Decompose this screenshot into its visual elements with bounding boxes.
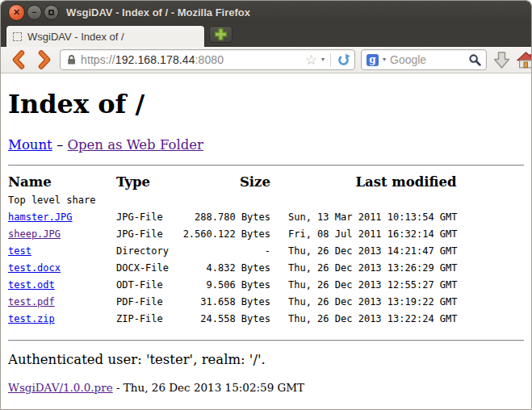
file-type-cell: ZIP-File (116, 311, 178, 328)
file-link[interactable]: hamster.JPG (8, 211, 72, 223)
file-name-cell: test.docx (8, 260, 116, 277)
window-title: WsgiDAV - Index of / - Mozilla Firefox (66, 6, 250, 19)
url-bar[interactable]: https://192.168.178.44:8080 ☆ ▾ (60, 49, 355, 70)
file-link[interactable]: test.docx (8, 262, 61, 274)
file-link[interactable]: test.pdf (8, 296, 55, 308)
file-modified-cell: Thu, 26 Dec 2013 12:55:27 GMT (270, 277, 524, 294)
back-button[interactable] (6, 48, 31, 71)
header-size: Size (178, 173, 270, 192)
forward-button[interactable] (31, 48, 57, 71)
divider-bottom (8, 340, 524, 341)
header-modified: Last modified (270, 173, 524, 192)
favicon-placeholder-icon (13, 32, 22, 41)
download-arrow-icon (493, 51, 510, 69)
titlebar: ✕ − WsgiDAV - Index of / - Mozilla Firef… (1, 1, 531, 23)
table-header-row: Name Type Size Last modified (8, 173, 524, 192)
table-row: testDirectory-Thu, 26 Dec 2013 14:21:47 … (8, 243, 524, 260)
close-icon: ✕ (13, 8, 20, 17)
file-modified-cell: Thu, 26 Dec 2013 13:26:29 GMT (270, 260, 524, 277)
file-size-cell: 31.658 Bytes (178, 294, 270, 311)
table-row: test.odtODT-File9.506 BytesThu, 26 Dec 2… (8, 277, 524, 294)
directory-table: Name Type Size Last modified Top level s… (8, 173, 524, 328)
maximize-icon (48, 10, 54, 15)
search-icon[interactable] (468, 53, 481, 66)
file-modified-cell: Fri, 08 Jul 2011 16:32:14 GMT (270, 226, 524, 243)
file-link[interactable]: sheep.JPG (8, 228, 61, 240)
url-host: 192.168.178.44 (115, 53, 195, 66)
header-type: Type (116, 173, 178, 192)
file-modified-cell: Thu, 26 Dec 2013 13:19:22 GMT (270, 294, 524, 311)
server-signature: WsgiDAV/1.0.0.pre - Thu, 26 Dec 2013 15:… (8, 381, 524, 394)
auth-status-text: Authenticated user: 'tester', realm: '/'… (8, 352, 524, 367)
url-text: https://192.168.178.44:8080 (81, 53, 301, 66)
file-modified-cell: Thu, 26 Dec 2013 13:22:24 GMT (270, 311, 524, 328)
search-engine-caret-icon[interactable]: ▾ (383, 56, 386, 63)
file-type-cell: Directory (116, 243, 178, 260)
share-label-row: Top level share (8, 192, 524, 209)
file-name-cell: test.zip (8, 311, 116, 328)
home-icon (517, 52, 532, 69)
new-tab-button[interactable] (209, 26, 232, 43)
plus-icon (214, 27, 228, 41)
download-button[interactable] (493, 51, 510, 69)
close-button[interactable]: ✕ (8, 4, 25, 21)
lock-icon (66, 54, 77, 65)
file-link[interactable]: test.zip (8, 313, 55, 324)
server-timestamp: - Thu, 26 Dec 2013 15:02:59 GMT (113, 381, 304, 394)
file-size-cell: 2.560.122 Bytes (178, 226, 270, 243)
file-size-cell: 24.558 Bytes (178, 311, 270, 328)
url-scheme: https:// (81, 53, 115, 66)
search-placeholder: Google (390, 53, 464, 66)
tab-wsgidav[interactable]: WsgiDAV - Index of / (6, 25, 205, 47)
urlbar-dropdown-caret-icon[interactable]: ▾ (321, 56, 325, 63)
mount-link[interactable]: Mount (8, 137, 52, 153)
link-separator: – (52, 137, 68, 153)
file-type-cell: JPG-File (116, 226, 178, 243)
back-arrow-icon (10, 50, 27, 69)
file-modified-cell: Thu, 26 Dec 2013 14:21:47 GMT (270, 243, 524, 260)
tab-label: WsgiDAV - Index of / (27, 31, 124, 43)
table-row: test.docxDOCX-File4.832 BytesThu, 26 Dec… (8, 260, 524, 277)
navigation-toolbar: https://192.168.178.44:8080 ☆ ▾ g ▾ Goog… (1, 47, 531, 73)
reload-icon[interactable] (337, 53, 350, 67)
home-button[interactable] (517, 52, 532, 69)
open-webfolder-link[interactable]: Open as Web Folder (67, 137, 203, 153)
file-modified-cell: Sun, 13 Mar 2011 10:13:54 GMT (270, 209, 524, 226)
table-row: test.pdfPDF-File31.658 BytesThu, 26 Dec … (8, 294, 524, 311)
file-type-cell: JPG-File (116, 209, 178, 226)
tab-bar: WsgiDAV - Index of / (1, 23, 531, 47)
file-type-cell: DOCX-File (116, 260, 178, 277)
file-name-cell: test.pdf (8, 294, 116, 311)
page-title: Index of / (8, 90, 524, 119)
page-links: Mount – Open as Web Folder (8, 137, 524, 153)
minimize-button[interactable]: − (27, 5, 42, 20)
file-name-cell: test (8, 243, 116, 260)
share-label: Top level share (8, 192, 524, 209)
file-link[interactable]: test.odt (8, 279, 55, 291)
divider-top (8, 165, 524, 166)
wsgidav-version-link[interactable]: WsgiDAV/1.0.0.pre (8, 381, 113, 394)
url-port: :8080 (195, 53, 224, 66)
search-box[interactable]: g ▾ Google (361, 49, 487, 70)
file-name-cell: sheep.JPG (8, 226, 116, 243)
file-type-cell: ODT-File (116, 277, 178, 294)
directory-table-body: hamster.JPGJPG-File288.780 BytesSun, 13 … (8, 209, 524, 328)
file-type-cell: PDF-File (116, 294, 178, 311)
table-row: sheep.JPGJPG-File2.560.122 BytesFri, 08 … (8, 226, 524, 243)
file-size-cell: 288.780 Bytes (178, 209, 270, 226)
minimize-icon: − (31, 8, 36, 17)
file-link[interactable]: test (8, 245, 31, 257)
forward-arrow-icon (36, 50, 52, 69)
firefox-window: ✕ − WsgiDAV - Index of / - Mozilla Firef… (0, 0, 532, 410)
bookmark-star-icon[interactable]: ☆ (305, 53, 317, 67)
urlbar-separator (330, 53, 331, 67)
table-row: test.zipZIP-File24.558 BytesThu, 26 Dec … (8, 311, 524, 328)
page-content: Index of / Mount – Open as Web Folder Na… (1, 73, 531, 409)
header-name: Name (8, 173, 116, 192)
google-engine-icon[interactable]: g (367, 54, 379, 66)
maximize-button[interactable] (44, 5, 59, 20)
file-name-cell: test.odt (8, 277, 116, 294)
file-size-cell: - (178, 243, 270, 260)
table-row: hamster.JPGJPG-File288.780 BytesSun, 13 … (8, 209, 524, 226)
file-size-cell: 9.506 Bytes (178, 277, 270, 294)
